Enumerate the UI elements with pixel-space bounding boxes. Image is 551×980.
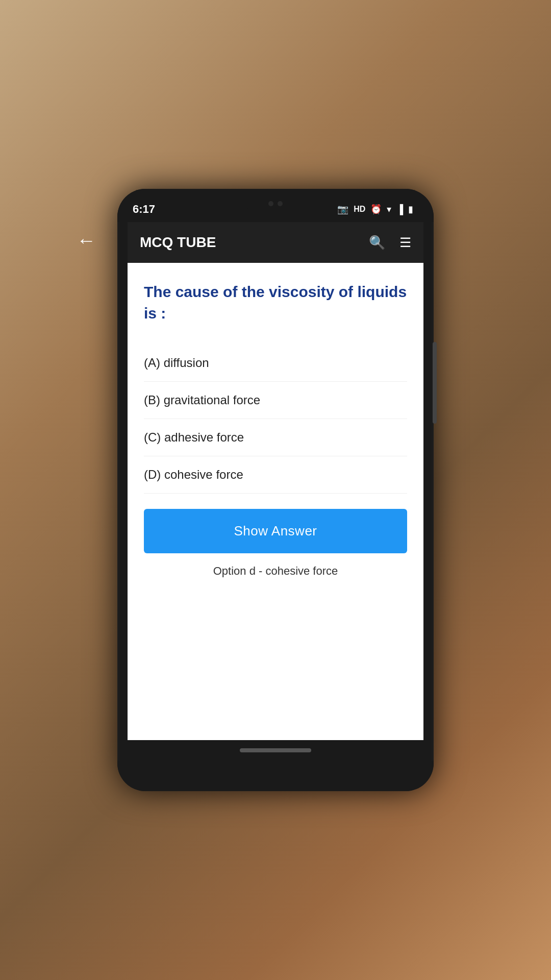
content-area: The cause of the viscosity of liquids is…: [128, 263, 423, 740]
camera-notch: [245, 198, 306, 209]
signal-icon: ▐: [396, 204, 403, 215]
option-c[interactable]: (C) adhesive force: [144, 419, 407, 456]
show-answer-button[interactable]: Show Answer: [144, 509, 407, 553]
bottom-pill: [240, 748, 311, 752]
option-a[interactable]: (A) diffusion: [144, 345, 407, 382]
status-time: 6:17: [133, 203, 155, 216]
status-icons: 📷 HD ⏰ ▾ ▐ ▮: [337, 204, 413, 215]
question-text: The cause of the viscosity of liquids is…: [144, 281, 407, 324]
hd-icon: 📷: [337, 204, 348, 215]
option-d[interactable]: (D) cohesive force: [144, 456, 407, 494]
menu-icon[interactable]: ☰: [399, 235, 411, 251]
hd-label: HD: [354, 205, 365, 214]
option-b[interactable]: (B) gravitational force: [144, 382, 407, 419]
scroll-indicator: [433, 342, 437, 424]
back-button[interactable]: ←: [77, 230, 96, 252]
camera-dot-1: [268, 201, 273, 206]
phone-screen: MCQ TUBE 🔍 ☰ The cause of the viscosity …: [128, 222, 423, 761]
phone-frame: ← 6:17 📷 HD ⏰ ▾ ▐ ▮ MCQ TUBE 🔍 ☰ The cau…: [117, 189, 434, 791]
search-icon[interactable]: 🔍: [369, 235, 385, 251]
app-header: MCQ TUBE 🔍 ☰: [128, 222, 423, 263]
app-title: MCQ TUBE: [140, 234, 355, 251]
phone-bottom-outer: [117, 761, 434, 791]
camera-dot-2: [278, 201, 283, 206]
alarm-icon: ⏰: [370, 204, 382, 215]
answer-text: Option d - cohesive force: [144, 565, 407, 578]
bottom-nav-bar: [128, 740, 423, 761]
wifi-icon: ▾: [387, 204, 391, 215]
status-bar: 6:17 📷 HD ⏰ ▾ ▐ ▮: [117, 189, 434, 222]
battery-icon: ▮: [408, 204, 413, 215]
